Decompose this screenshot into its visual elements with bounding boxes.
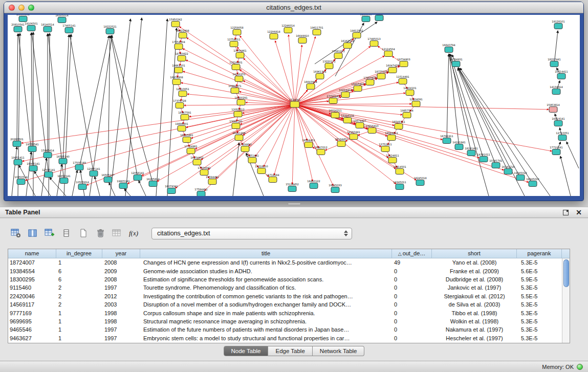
network-node[interactable]: 19128101: [552, 20, 564, 29]
window-titlebar[interactable]: citations_edges.txt: [4, 2, 583, 13]
network-node[interactable]: 8133046: [360, 15, 372, 22]
network-node[interactable]: 19611701: [310, 26, 323, 35]
network-node[interactable]: 12246014: [281, 24, 294, 33]
network-edge[interactable]: [292, 104, 295, 184]
network-node[interactable]: 16505147: [101, 173, 114, 183]
tab-node-table[interactable]: Node Table: [224, 346, 269, 356]
network-node[interactable]: 16549311: [392, 120, 405, 129]
vertical-scrollbar[interactable]: [562, 258, 570, 343]
network-node[interactable]: 16643794: [442, 43, 455, 53]
network-node[interactable]: 18976808: [170, 76, 183, 85]
network-node[interactable]: 13754461: [233, 49, 246, 58]
network-node[interactable]: 19805141: [117, 180, 129, 189]
network-node[interactable]: 19106501: [25, 22, 37, 31]
network-node[interactable]: 17504441: [198, 166, 210, 176]
network-edge[interactable]: [295, 37, 315, 104]
network-node[interactable]: 16961301: [313, 70, 326, 79]
network-node[interactable]: 12905141: [87, 167, 100, 177]
network-node[interactable]: 15845414: [41, 149, 54, 158]
network-node[interactable]: 17405141: [62, 24, 75, 33]
network-edge[interactable]: [449, 54, 459, 147]
show-columns-icon[interactable]: [25, 226, 40, 240]
table-row[interactable]: 946362711997Embryonic stem cells: a mode…: [8, 334, 562, 342]
table-row[interactable]: 1456911722003Disruption of a novel membe…: [8, 300, 562, 309]
network-node[interactable]: 14164101: [403, 86, 416, 96]
network-node[interactable]: 17376728: [173, 99, 186, 108]
network-node[interactable]: 16791911: [440, 135, 453, 144]
network-node[interactable]: 12206818: [267, 30, 280, 39]
table-row[interactable]: 1830029562008Estimation of significance …: [8, 275, 562, 283]
network-node[interactable]: 16022808: [176, 29, 189, 38]
network-edge[interactable]: [109, 183, 115, 196]
network-node[interactable]: 13220171: [322, 60, 335, 69]
column-header-pagerank[interactable]: pagerank: [517, 249, 562, 258]
zoom-button[interactable]: [28, 5, 34, 11]
network-node[interactable]: 14134414: [550, 85, 562, 95]
network-node[interactable]: 12124811: [386, 154, 399, 163]
map-table-icon[interactable]: [110, 226, 125, 240]
network-edge[interactable]: [249, 104, 295, 146]
import-table-icon[interactable]: [42, 226, 57, 240]
table-row[interactable]: 946554611997Estimation of the future num…: [8, 325, 562, 334]
network-edge[interactable]: [18, 33, 20, 196]
tab-network-table[interactable]: Network Table: [313, 346, 365, 356]
network-node[interactable]: 18140514: [41, 23, 54, 32]
network-node[interactable]: 16714411: [555, 70, 568, 79]
new-table-icon[interactable]: [76, 226, 91, 240]
network-node[interactable]: 17724981: [184, 145, 197, 154]
network-node[interactable]: 12058141: [131, 171, 144, 181]
network-edge[interactable]: [244, 58, 295, 104]
network-node[interactable]: 12752411: [379, 143, 391, 152]
panel-splitter[interactable]: [0, 201, 588, 207]
network-node[interactable]: 19812542: [350, 29, 363, 38]
tab-edge-table[interactable]: Edge Table: [268, 346, 312, 356]
network-node[interactable]: 18367591: [178, 111, 191, 120]
network-edge[interactable]: [111, 36, 153, 184]
network-node[interactable]: 16643904: [304, 80, 317, 90]
network-node[interactable]: 14191941: [452, 141, 465, 150]
column-header-name[interactable]: name: [8, 249, 56, 258]
network-edge[interactable]: [560, 156, 571, 196]
network-node[interactable]: 12710051: [556, 132, 569, 141]
network-node[interactable]: 15134451: [335, 138, 347, 147]
network-edge[interactable]: [295, 104, 528, 182]
table-settings-icon[interactable]: [8, 226, 24, 240]
network-edge[interactable]: [295, 104, 442, 140]
network-node[interactable]: 17594411: [194, 188, 207, 196]
network-edge[interactable]: [460, 68, 550, 196]
network-node[interactable]: 15134452: [286, 183, 298, 192]
network-node[interactable]: 17594451: [206, 176, 219, 185]
network-node[interactable]: 21630841: [16, 15, 29, 22]
network-node[interactable]: 15950242: [169, 18, 182, 27]
column-header-in_degree[interactable]: in_degree: [56, 249, 102, 258]
network-node[interactable]: 15581221: [332, 50, 344, 59]
network-node[interactable]: 1724061: [289, 98, 300, 108]
network-graph[interactable]: 1724061159502421602280817554304187608221…: [8, 15, 580, 196]
network-edge[interactable]: [157, 104, 295, 182]
network-edge[interactable]: [95, 177, 100, 196]
close-panel-icon[interactable]: ✕: [576, 210, 582, 215]
minimize-button[interactable]: [18, 5, 25, 11]
table-row[interactable]: 1938455462009Genome-wide association stu…: [8, 267, 562, 275]
network-edge[interactable]: [458, 68, 508, 171]
column-header-short[interactable]: short: [432, 249, 517, 258]
column-header-title[interactable]: title: [140, 249, 392, 258]
network-edge[interactable]: [63, 35, 69, 161]
network-edge[interactable]: [79, 36, 109, 167]
network-node[interactable]: 14216251: [232, 73, 245, 82]
network-edge[interactable]: [447, 54, 449, 141]
network-node[interactable]: 16205814: [146, 178, 159, 187]
network-node[interactable]: 18760822: [175, 52, 188, 61]
delete-table-icon[interactable]: [93, 226, 108, 240]
network-node[interactable]: 17716141: [326, 95, 339, 104]
network-node[interactable]: 15953814: [547, 103, 559, 113]
network-node[interactable]: 18300291: [234, 96, 247, 105]
network-node[interactable]: 17504410: [238, 143, 251, 152]
row-options-icon[interactable]: [59, 226, 74, 240]
table-row[interactable]: 969969511998Structural magnetic resonanc…: [8, 317, 562, 325]
network-node[interactable]: 15218110: [255, 165, 268, 174]
network-edge[interactable]: [295, 104, 411, 104]
network-edge[interactable]: [139, 181, 146, 196]
network-node[interactable]: 16649910: [296, 34, 309, 43]
network-node[interactable]: 16505014: [55, 15, 68, 23]
